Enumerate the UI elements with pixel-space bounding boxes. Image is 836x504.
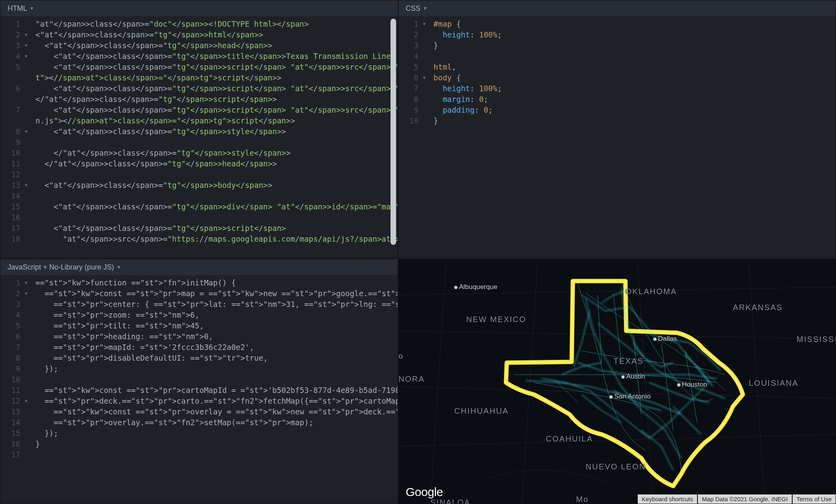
css-editor[interactable]: 1▼23456▼78910 #map { height: 100%;} html… xyxy=(398,16,836,258)
partial-label: o xyxy=(398,352,404,361)
state-label: TEXAS xyxy=(613,357,644,366)
css-code[interactable]: #map { height: 100%;} html,body { height… xyxy=(422,16,836,258)
js-editor[interactable]: 1▼2▼3456789101112▼1314151617 =="st">"kw"… xyxy=(0,275,398,504)
css-panel: CSS ▼ 1▼23456▼78910 #map { height: 100%;… xyxy=(398,0,836,259)
city-label: Austin xyxy=(621,373,645,381)
js-panel-title: JavaScript + No-Library (pure JS) xyxy=(8,263,114,272)
map-data-attribution: Map Data ©2021 Google, INEGI xyxy=(698,494,791,504)
state-label: SINALOA xyxy=(430,498,471,504)
chevron-down-icon: ▼ xyxy=(117,264,121,270)
state-label: LOUISIANA xyxy=(749,379,799,388)
css-gutter: 1▼23456▼78910 xyxy=(398,16,422,258)
state-label: COAHUILA xyxy=(546,434,593,443)
map-attribution-bar: Keyboard shortcuts Map Data ©2021 Google… xyxy=(638,494,836,504)
state-label: MISSISSIPPI xyxy=(797,335,836,344)
map-canvas[interactable]: OKLAHOMAARKANSASNEW MEXICOMISSISSIPPITEX… xyxy=(398,259,836,504)
state-label: NEW MEXICO xyxy=(466,315,526,324)
html-code[interactable]: "at"</span>>class</span>="doc"</span>><!… xyxy=(24,16,398,258)
css-panel-title: CSS xyxy=(406,4,420,13)
css-panel-header[interactable]: CSS ▼ xyxy=(398,0,836,16)
js-panel-header[interactable]: JavaScript + No-Library (pure JS) ▼ xyxy=(0,259,398,275)
html-gutter: 12▼3▼4▼5678▼910111213▼1415161718 xyxy=(0,16,24,258)
city-label: Dallas xyxy=(653,335,677,343)
result-panel: OKLAHOMAARKANSASNEW MEXICOMISSISSIPPITEX… xyxy=(398,259,836,504)
state-label: NUEVO LEON xyxy=(586,462,646,471)
google-logo: Google xyxy=(406,485,443,499)
city-label: Albuquerque xyxy=(454,283,497,291)
keyboard-shortcuts-link[interactable]: Keyboard shortcuts xyxy=(638,494,697,504)
state-label: OKLAHOMA xyxy=(625,287,677,296)
city-label: San Antonio xyxy=(609,393,651,400)
html-panel-header[interactable]: HTML ▼ xyxy=(0,0,398,16)
chevron-down-icon: ▼ xyxy=(423,6,428,11)
terms-of-use-link[interactable]: Terms of Use xyxy=(793,494,836,504)
js-code[interactable]: =="st">"kw">function =="st">"fn">initMap… xyxy=(24,275,398,504)
partial-label: Mo xyxy=(576,495,589,504)
html-panel: HTML ▼ 12▼3▼4▼5678▼910111213▼1415161718 … xyxy=(0,0,398,259)
partial-label: NORA xyxy=(398,375,425,384)
html-panel-title: HTML xyxy=(8,4,27,13)
html-editor[interactable]: 12▼3▼4▼5678▼910111213▼1415161718 "at"</s… xyxy=(0,16,398,258)
state-label: ARKANSAS xyxy=(733,303,783,312)
scrollbar-thumb[interactable] xyxy=(391,19,396,245)
js-gutter: 1▼2▼3456789101112▼1314151617 xyxy=(0,275,24,504)
city-label: Houston xyxy=(677,381,707,389)
js-panel: JavaScript + No-Library (pure JS) ▼ 1▼2▼… xyxy=(0,259,398,504)
state-label: CHIHUAHUA xyxy=(454,406,509,416)
chevron-down-icon: ▼ xyxy=(29,6,34,11)
